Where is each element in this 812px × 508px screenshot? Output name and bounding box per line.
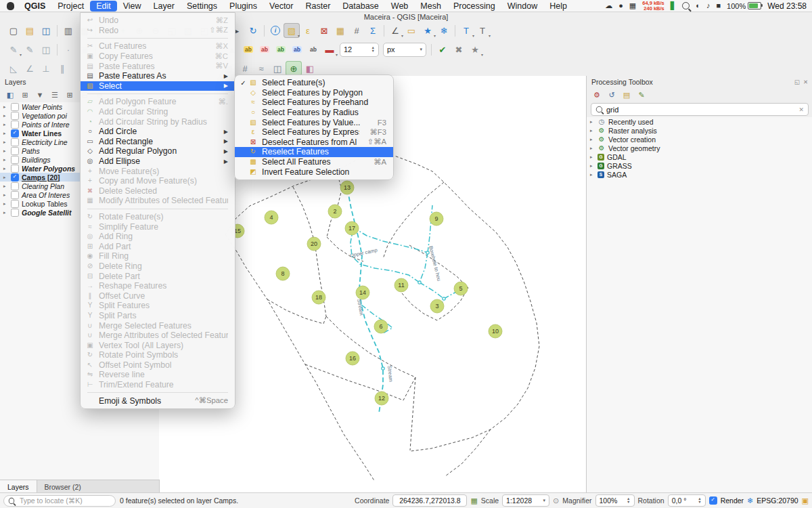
expand-arrow-icon[interactable]: ▸ — [3, 210, 8, 215]
menubar-item-plugins[interactable]: Plugins — [223, 1, 263, 12]
adv-digitize-parallel-icon[interactable]: ∥ — [54, 61, 70, 76]
extra-tool-icon[interactable]: ★▾ — [467, 42, 483, 57]
expand-arrow-icon[interactable]: ▸ — [3, 113, 8, 119]
paint-roller-icon[interactable]: ▬▾ — [321, 42, 338, 57]
menubar-item-web[interactable]: Web — [385, 1, 414, 12]
battery-status[interactable]: 100% — [727, 2, 761, 10]
magnifier-stepper-icon[interactable]: ▲▼ — [627, 497, 630, 504]
add-group-icon[interactable]: ⊞ — [19, 89, 31, 100]
processing-panel-float-icon[interactable]: ◱ — [794, 79, 800, 85]
select-submenu-item[interactable]: ↻Reselect Features — [235, 147, 393, 157]
layer-visibility-checkbox[interactable] — [11, 138, 19, 146]
select-submenu-item[interactable]: ◩Invert Feature Selection — [235, 167, 393, 177]
activity-chart-icon[interactable]: ▋ — [671, 2, 676, 9]
layer-visibility-checkbox[interactable] — [11, 129, 19, 137]
layer-visibility-checkbox[interactable] — [11, 182, 19, 190]
layer-colors-icon[interactable]: ◧ — [302, 61, 318, 76]
layer-diagram-icon[interactable]: T▾ — [474, 23, 491, 38]
new-bookmark-icon[interactable]: ★▾ — [420, 23, 436, 38]
processing-group-item[interactable]: ▸◷Recently used — [587, 117, 812, 126]
vertex-editor-icon[interactable]: ⊕ — [286, 61, 302, 76]
identify-features-icon[interactable]: i — [267, 23, 284, 38]
tracing-icon[interactable]: ≈ — [253, 61, 269, 76]
current-edits-icon[interactable]: ✎▾ — [5, 42, 22, 57]
adv-digitize-perpendicular-icon[interactable]: ⊥ — [38, 61, 54, 76]
processing-panel-close-icon[interactable]: ✕ — [803, 79, 808, 85]
expand-arrow-icon[interactable]: ▸ — [3, 184, 8, 189]
expand-arrow-icon[interactable]: ▸ — [590, 154, 595, 160]
layer-visibility-checkbox[interactable] — [11, 156, 19, 164]
menubar-item-settings[interactable]: Settings — [181, 1, 223, 12]
checker-icon[interactable]: ◫ — [269, 61, 286, 76]
save-project-icon[interactable]: ◫ — [38, 23, 54, 38]
label-rotate-icon[interactable]: ab — [289, 42, 305, 57]
measure-icon[interactable]: ∠▾ — [387, 23, 403, 38]
new-print-layout-icon[interactable]: ▥ — [60, 23, 76, 38]
expand-arrow-icon[interactable]: ▸ — [3, 148, 8, 154]
style-ok-icon[interactable]: ✔ — [434, 42, 451, 57]
layer-visibility-checkbox[interactable] — [11, 173, 19, 182]
layer-visibility-checkbox[interactable] — [11, 103, 19, 111]
expand-arrow-icon[interactable]: ▸ — [590, 128, 595, 133]
manage-map-themes-icon[interactable]: ▼ — [34, 89, 46, 100]
processing-group-item[interactable]: ▸⚙Vector creation — [587, 135, 812, 144]
menubar-item-database[interactable]: Database — [336, 1, 385, 12]
rotation-spin[interactable]: 0,0 ° ▲▼ — [668, 494, 706, 507]
menubar-item-layer[interactable]: Layer — [148, 1, 181, 12]
select-submenu-item[interactable]: ◇Select Features by Polygon — [235, 88, 393, 98]
record-icon[interactable]: ● — [618, 2, 623, 9]
font-size-spin[interactable]: 12▲▼ — [340, 43, 379, 57]
expand-arrow-icon[interactable]: ▸ — [3, 175, 8, 180]
messages-icon[interactable]: ▣ — [802, 497, 809, 505]
layer-visibility-checkbox[interactable] — [11, 200, 19, 208]
magnifier-spin[interactable]: 100% ▲▼ — [595, 494, 635, 507]
processing-search[interactable]: grid ✕ — [591, 103, 809, 116]
snapping-icon[interactable]: # — [237, 61, 253, 76]
render-checkbox[interactable] — [709, 496, 717, 505]
control-center-icon[interactable]: ◐ — [696, 2, 700, 9]
processing-history-icon[interactable]: ↺ — [606, 89, 618, 100]
extents-icon[interactable]: ▦ — [470, 497, 477, 505]
menubar-clock[interactable]: Wed 23:58 — [767, 1, 807, 11]
edit-in-place-icon[interactable]: ✎ — [635, 89, 648, 100]
deselect-all-icon[interactable]: ⊠ — [316, 23, 332, 38]
select-submenu-item[interactable]: ▩Select All Features⌘A — [235, 157, 393, 167]
save-layer-edits-icon[interactable]: ◫ — [38, 42, 54, 57]
rotation-stepper-icon[interactable]: ▲▼ — [698, 497, 701, 504]
expand-arrow-icon[interactable]: ▸ — [3, 201, 8, 207]
open-layer-styling-icon[interactable]: ◧ — [4, 89, 16, 100]
edit-menu-item[interactable]: ▧Select▶ — [81, 81, 235, 91]
menubar-item-raster[interactable]: Raster — [299, 1, 336, 12]
expand-arrow-icon[interactable]: ▸ — [3, 122, 8, 127]
digitize-icon[interactable]: ∙ — [60, 42, 76, 57]
cloud-icon[interactable]: ☁ — [605, 2, 612, 9]
tab-layers[interactable]: Layers — [0, 480, 37, 494]
menubar-item-project[interactable]: Project — [51, 1, 90, 12]
label-change-icon[interactable]: ab — [305, 42, 321, 57]
layer-visibility-checkbox[interactable] — [11, 209, 19, 217]
edit-menu-item[interactable]: Emoji & Symbols^⌘Space — [81, 396, 235, 406]
processing-group-item[interactable]: ▸⚙Vector geometry — [587, 144, 812, 152]
filter-legend-icon[interactable]: ☰ — [49, 89, 61, 100]
processing-models-icon[interactable]: ⚙ — [591, 89, 603, 100]
select-submenu-item[interactable]: ≈Select Features by Freehand — [235, 98, 393, 108]
processing-group-item[interactable]: ▸GGRASS — [587, 161, 812, 170]
label-no-icon[interactable]: ab — [256, 42, 273, 57]
label-show-hide-icon[interactable]: ab — [240, 42, 256, 57]
layer-visibility-checkbox[interactable] — [11, 112, 19, 120]
expand-arrow-icon[interactable]: ▸ — [590, 119, 595, 125]
expand-arrow-icon[interactable]: ▸ — [590, 146, 595, 151]
select-features-icon[interactable]: ▧▾ — [284, 23, 300, 38]
display-icon[interactable]: ■ — [716, 2, 721, 9]
layer-labeling-icon[interactable]: T▾ — [458, 23, 474, 38]
tab-browser-2-[interactable]: Browser (2) — [37, 480, 89, 494]
expand-arrow-icon[interactable]: ▸ — [3, 192, 8, 198]
edit-menu-item[interactable]: ▭Add Rectangle▶ — [81, 137, 235, 147]
spotlight-search-icon[interactable] — [682, 2, 690, 9]
select-submenu-item[interactable]: ○Select Features by Radius — [235, 108, 393, 118]
menubar-item-vector[interactable]: Vector — [263, 1, 299, 12]
processing-group-item[interactable]: ▸GGDAL — [587, 152, 812, 161]
toggle-editing-icon[interactable]: ✎ — [22, 42, 38, 57]
adv-digitize-construction-icon[interactable]: ∠ — [22, 61, 38, 76]
processing-group-item[interactable]: ▸SSAGA — [587, 170, 812, 179]
